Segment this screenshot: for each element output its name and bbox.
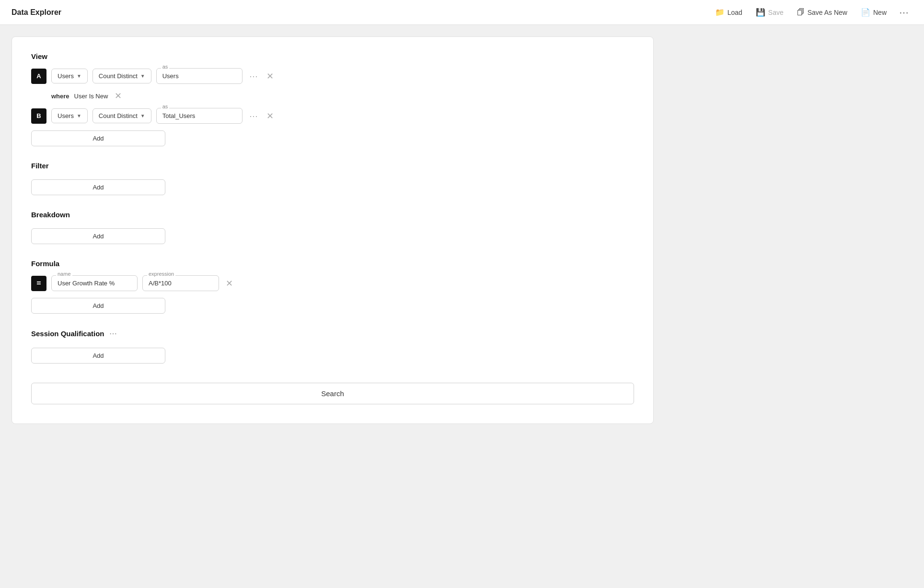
sq-header: Session Qualification ⋯ bbox=[31, 329, 634, 338]
breakdown-section: Breakdown Add bbox=[31, 211, 634, 244]
as-input-b[interactable] bbox=[156, 108, 243, 124]
new-button[interactable]: 📄 New bbox=[856, 5, 891, 20]
formula-row: = name expression ✕ bbox=[31, 275, 634, 291]
badge-a: A bbox=[31, 69, 46, 84]
save-button[interactable]: 💾 Save bbox=[751, 5, 788, 20]
main-content: View A Users ▼ Count Distinct ▼ as ⋯ ✕ bbox=[0, 25, 924, 435]
filter-section: Filter Add bbox=[31, 162, 634, 195]
save-as-new-button[interactable]: 🗍 Save As New bbox=[792, 5, 852, 20]
formula-expression-wrapper: expression bbox=[142, 275, 219, 291]
formula-name-wrapper: name bbox=[51, 275, 138, 291]
view-row-b: B Users ▼ Count Distinct ▼ as ⋯ ✕ bbox=[31, 108, 634, 124]
where-label: where bbox=[51, 93, 69, 100]
session-qualification-section: Session Qualification ⋯ Add bbox=[31, 329, 634, 364]
breakdown-section-label: Breakdown bbox=[31, 211, 634, 219]
where-row: where User Is New ✕ bbox=[51, 89, 634, 103]
view-section-label: View bbox=[31, 52, 634, 60]
save-icon: 💾 bbox=[756, 8, 765, 17]
formula-name-input[interactable] bbox=[51, 275, 138, 291]
load-button[interactable]: 📁 Load bbox=[710, 5, 747, 20]
sq-more-button[interactable]: ⋯ bbox=[109, 329, 118, 338]
save-label: Save bbox=[768, 9, 784, 16]
source-label-b: Users bbox=[58, 112, 74, 119]
metric-label-a: Count Distinct bbox=[99, 72, 138, 80]
filter-add-button[interactable]: Add bbox=[31, 179, 165, 195]
source-label-a: Users bbox=[58, 72, 74, 80]
sq-section-label: Session Qualification bbox=[31, 329, 104, 338]
metric-dropdown-b[interactable]: Count Distinct ▼ bbox=[92, 108, 151, 123]
new-label: New bbox=[873, 9, 887, 16]
formula-expression-label: expression bbox=[147, 271, 175, 277]
formula-section-label: Formula bbox=[31, 259, 634, 268]
top-bar-actions: 📁 Load 💾 Save 🗍 Save As New 📄 New ⋯ bbox=[710, 5, 912, 20]
load-label: Load bbox=[728, 9, 742, 16]
more-options-button[interactable]: ⋯ bbox=[895, 5, 912, 20]
breakdown-add-button[interactable]: Add bbox=[31, 228, 165, 244]
as-label-a: as bbox=[161, 64, 170, 70]
view-add-button[interactable]: Add bbox=[31, 130, 165, 146]
session-qualification-add-button[interactable]: Add bbox=[31, 348, 165, 364]
chevron-down-icon: ▼ bbox=[77, 113, 81, 118]
filter-section-label: Filter bbox=[31, 162, 634, 170]
folder-icon: 📁 bbox=[715, 8, 725, 17]
formula-expression-input[interactable] bbox=[142, 275, 219, 291]
row-b-close-button[interactable]: ✕ bbox=[265, 109, 276, 123]
where-condition: User Is New bbox=[74, 93, 108, 100]
source-dropdown-a[interactable]: Users ▼ bbox=[51, 69, 88, 83]
chevron-down-icon: ▼ bbox=[77, 73, 81, 79]
formula-name-label: name bbox=[56, 271, 72, 277]
as-wrapper-a: as bbox=[156, 68, 243, 84]
as-label-b: as bbox=[161, 104, 170, 109]
row-a-close-button[interactable]: ✕ bbox=[265, 69, 276, 83]
view-row-a: A Users ▼ Count Distinct ▼ as ⋯ ✕ bbox=[31, 68, 634, 84]
view-section: View A Users ▼ Count Distinct ▼ as ⋯ ✕ bbox=[31, 52, 634, 146]
badge-b: B bbox=[31, 108, 46, 124]
source-dropdown-b[interactable]: Users ▼ bbox=[51, 108, 88, 123]
page-title: Data Explorer bbox=[12, 8, 710, 17]
copy-icon: 🗍 bbox=[797, 8, 805, 17]
row-b-more-button[interactable]: ⋯ bbox=[247, 109, 260, 123]
metric-label-b: Count Distinct bbox=[99, 112, 138, 119]
document-icon: 📄 bbox=[861, 8, 870, 17]
metric-dropdown-a[interactable]: Count Distinct ▼ bbox=[92, 69, 151, 83]
formula-add-button[interactable]: Add bbox=[31, 298, 165, 314]
top-bar: Data Explorer 📁 Load 💾 Save 🗍 Save As Ne… bbox=[0, 0, 924, 25]
equals-badge: = bbox=[31, 276, 46, 291]
search-button[interactable]: Search bbox=[31, 383, 634, 404]
save-as-new-label: Save As New bbox=[808, 9, 847, 16]
chevron-down-icon: ▼ bbox=[140, 113, 145, 118]
where-close-button[interactable]: ✕ bbox=[113, 89, 124, 103]
formula-section: Formula = name expression ✕ Add bbox=[31, 259, 634, 314]
chevron-down-icon: ▼ bbox=[140, 73, 145, 79]
panel-card: View A Users ▼ Count Distinct ▼ as ⋯ ✕ bbox=[12, 36, 654, 424]
as-wrapper-b: as bbox=[156, 108, 243, 124]
row-a-more-button[interactable]: ⋯ bbox=[247, 69, 260, 83]
formula-close-button[interactable]: ✕ bbox=[224, 276, 235, 291]
as-input-a[interactable] bbox=[156, 68, 243, 84]
